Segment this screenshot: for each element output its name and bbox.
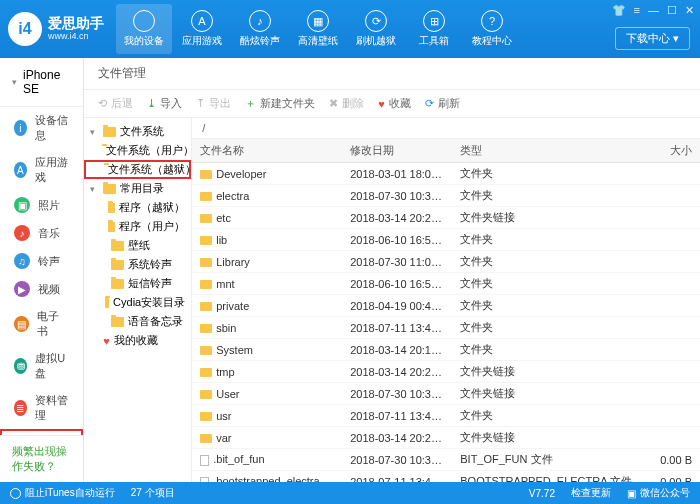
sidebar-item-2[interactable]: ▣照片 (0, 191, 83, 219)
file-size (640, 303, 700, 309)
nav-label: 高清壁纸 (298, 34, 338, 48)
file-size (640, 325, 700, 331)
refresh-button[interactable]: ⟳刷新 (425, 96, 460, 111)
minimize-icon[interactable]: — (648, 4, 659, 17)
nav-label: 酷炫铃声 (240, 34, 280, 48)
maximize-icon[interactable]: ☐ (667, 4, 677, 17)
help-link[interactable]: 频繁出现操作失败？ (0, 435, 83, 482)
folder-icon (200, 214, 212, 223)
wechat-button[interactable]: ▣微信公众号 (627, 486, 690, 500)
nav-1[interactable]: A应用游戏 (174, 4, 230, 54)
check-update-button[interactable]: 检查更新 (571, 486, 611, 500)
export-button[interactable]: ⤒导出 (196, 96, 231, 111)
table-row[interactable]: .bit_of_fun2018-07-30 10:33:…BIT_OF_FUN … (192, 449, 700, 471)
col-name[interactable]: 文件名称 (192, 139, 342, 162)
sidebar-item-1[interactable]: A应用游戏 (0, 149, 83, 191)
file-type: 文件夹 (452, 251, 640, 272)
sidebar-item-8[interactable]: ≣资料管理 (0, 387, 83, 429)
import-button[interactable]: ⤓导入 (147, 96, 182, 111)
close-icon[interactable]: ✕ (685, 4, 694, 17)
table-row[interactable]: var2018-03-14 20:23:…文件夹链接 (192, 427, 700, 449)
tree-item-0[interactable]: ▾文件系统 (84, 122, 191, 141)
file-type: 文件夹链接 (452, 361, 640, 382)
file-name: Library (216, 256, 250, 268)
nav-2[interactable]: ♪酷炫铃声 (232, 4, 288, 54)
nav-4[interactable]: ⟳刷机越狱 (348, 4, 404, 54)
download-center-button[interactable]: 下载中心 ▾ (615, 27, 690, 50)
table-row[interactable]: lib2018-06-10 16:52:…文件夹 (192, 229, 700, 251)
table-row[interactable]: mnt2018-06-10 16:58:…文件夹 (192, 273, 700, 295)
sidebar-item-5[interactable]: ▶视频 (0, 275, 83, 303)
favorite-button[interactable]: ♥收藏 (378, 96, 411, 111)
folder-tree: ▾文件系统文件系统（用户）文件系统（越狱）▾常用目录程序（越狱）程序（用户）壁纸… (84, 118, 192, 482)
table-row[interactable]: Library2018-07-30 11:08:…文件夹 (192, 251, 700, 273)
table-row[interactable]: Developer2018-03-01 18:08:…文件夹 (192, 163, 700, 185)
tree-item-8[interactable]: 短信铃声 (84, 274, 191, 293)
file-date: 2018-03-14 20:23:… (342, 209, 452, 227)
tree-label: 系统铃声 (128, 257, 172, 272)
nav-6[interactable]: ?教程中心 (464, 4, 520, 54)
shirt-icon[interactable]: 👕 (612, 4, 626, 17)
nav-icon: ♪ (249, 10, 271, 32)
table-row[interactable]: private2018-04-19 00:49:…文件夹 (192, 295, 700, 317)
tree-item-10[interactable]: 语音备忘录 (84, 312, 191, 331)
file-date: 2018-07-11 13:48:… (342, 407, 452, 425)
table-row[interactable]: User2018-07-30 10:34:…文件夹链接 (192, 383, 700, 405)
col-type[interactable]: 类型 (452, 139, 640, 162)
delete-button[interactable]: ✖删除 (329, 96, 364, 111)
sidebar-icon: i (14, 120, 27, 136)
nav-5[interactable]: ⊞工具箱 (406, 4, 462, 54)
file-date: 2018-07-11 13:48:… (342, 473, 452, 483)
back-button[interactable]: ⟲后退 (98, 96, 133, 111)
sidebar-item-4[interactable]: ♫铃声 (0, 247, 83, 275)
table-row[interactable]: System2018-03-14 20:18:…文件夹 (192, 339, 700, 361)
sidebar-item-7[interactable]: ⛃虚拟U盘 (0, 345, 83, 387)
menu-icon[interactable]: ≡ (634, 4, 640, 17)
content-area: 文件管理 ⟲后退 ⤓导入 ⤒导出 ＋新建文件夹 ✖删除 ♥收藏 ⟳刷新 ▾文件系… (84, 58, 700, 482)
sidebar: ▾ iPhone SE i设备信息A应用游戏▣照片♪音乐♫铃声▶视频▤电子书⛃虚… (0, 58, 84, 482)
folder-icon (200, 236, 212, 245)
tree-item-1[interactable]: 文件系统（用户） (84, 141, 191, 160)
file-date: 2018-07-30 11:08:… (342, 253, 452, 271)
sidebar-icon: A (14, 162, 27, 178)
sidebar-item-0[interactable]: i设备信息 (0, 107, 83, 149)
sidebar-item-3[interactable]: ♪音乐 (0, 219, 83, 247)
new-folder-button[interactable]: ＋新建文件夹 (245, 96, 315, 111)
file-size (640, 281, 700, 287)
table-row[interactable]: etc2018-03-14 20:23:…文件夹链接 (192, 207, 700, 229)
nav-0[interactable]: 我的设备 (116, 4, 172, 54)
folder-icon (200, 324, 212, 333)
tree-item-4[interactable]: 程序（越狱） (84, 198, 191, 217)
tree-item-7[interactable]: 系统铃声 (84, 255, 191, 274)
nav-3[interactable]: ▦高清壁纸 (290, 4, 346, 54)
tree-item-3[interactable]: ▾常用目录 (84, 179, 191, 198)
tree-item-2[interactable]: 文件系统（越狱） (84, 160, 191, 179)
col-size[interactable]: 大小 (640, 139, 700, 162)
folder-icon (111, 279, 124, 289)
device-selector[interactable]: ▾ iPhone SE (0, 58, 83, 107)
file-type: 文件夹链接 (452, 383, 640, 404)
folder-icon (111, 260, 124, 270)
file-date: 2018-07-30 10:34:… (342, 187, 452, 205)
table-row[interactable]: electra2018-07-30 10:34:…文件夹 (192, 185, 700, 207)
tree-item-11[interactable]: ♥我的收藏 (84, 331, 191, 350)
table-row[interactable]: usr2018-07-11 13:48:…文件夹 (192, 405, 700, 427)
table-row[interactable]: sbin2018-07-11 13:48:…文件夹 (192, 317, 700, 339)
tree-item-6[interactable]: 壁纸 (84, 236, 191, 255)
file-date: 2018-07-11 13:48:… (342, 319, 452, 337)
logo-icon: i4 (8, 12, 42, 46)
file-date: 2018-07-30 10:33:… (342, 451, 452, 469)
file-date: 2018-04-19 00:49:… (342, 297, 452, 315)
file-date: 2018-03-14 20:18:… (342, 341, 452, 359)
col-date[interactable]: 修改日期 (342, 139, 452, 162)
sidebar-item-6[interactable]: ▤电子书 (0, 303, 83, 345)
table-row[interactable]: tmp2018-03-14 20:23:…文件夹链接 (192, 361, 700, 383)
tree-item-5[interactable]: 程序（用户） (84, 217, 191, 236)
tree-item-9[interactable]: Cydia安装目录 (84, 293, 191, 312)
folder-icon (200, 390, 212, 399)
table-row[interactable]: .bootstrapped_electra2018-07-11 13:48:…B… (192, 471, 700, 482)
nav-label: 教程中心 (472, 34, 512, 48)
itunes-block-toggle[interactable]: 阻止iTunes自动运行 (10, 486, 115, 500)
folder-icon (105, 298, 109, 308)
nav-icon: ▦ (307, 10, 329, 32)
